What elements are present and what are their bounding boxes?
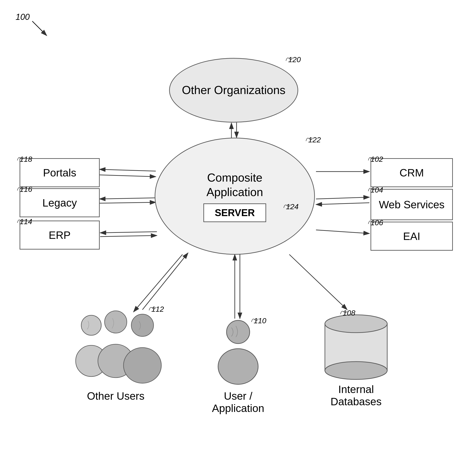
svg-line-8 bbox=[100, 202, 156, 203]
other-users-label: Other Users bbox=[76, 390, 156, 402]
svg-line-19 bbox=[142, 253, 188, 310]
svg-line-15 bbox=[289, 255, 347, 310]
ref-squiggle-eai bbox=[367, 218, 376, 225]
svg-point-27 bbox=[105, 311, 127, 333]
figure-number: 100 bbox=[16, 12, 30, 22]
other-organizations-label: Other Organizations bbox=[182, 83, 285, 98]
user-application-label: User / Application bbox=[205, 390, 272, 414]
ref-squiggle-erp bbox=[16, 217, 25, 224]
ref-squiggle-other-org bbox=[285, 55, 294, 62]
diagram-container: 100 bbox=[0, 0, 476, 473]
svg-point-25 bbox=[81, 315, 101, 335]
user-application-figure bbox=[209, 320, 267, 386]
composite-application-ellipse: CompositeApplication SERVER bbox=[155, 138, 315, 255]
svg-line-6 bbox=[100, 175, 156, 177]
ref-squiggle-server bbox=[283, 202, 291, 209]
other-users-figure bbox=[71, 308, 165, 388]
ref-squiggle-legacy bbox=[16, 185, 25, 192]
svg-point-29 bbox=[131, 314, 153, 336]
ref-squiggle-crm bbox=[367, 155, 376, 162]
internal-databases-label: Internal Databases bbox=[318, 383, 394, 408]
svg-point-21 bbox=[325, 315, 387, 333]
svg-point-30 bbox=[123, 347, 161, 383]
svg-line-10 bbox=[100, 236, 157, 236]
ref-squiggle-internal-db bbox=[339, 309, 348, 315]
other-organizations-ellipse: Other Organizations bbox=[169, 58, 298, 123]
composite-application-label: CompositeApplication bbox=[206, 170, 263, 200]
svg-line-14 bbox=[316, 230, 369, 234]
ref-squiggle-web-services bbox=[367, 186, 376, 192]
svg-line-12 bbox=[316, 197, 369, 199]
svg-line-7 bbox=[100, 198, 156, 199]
svg-point-23 bbox=[226, 320, 250, 344]
svg-point-22 bbox=[325, 362, 387, 380]
internal-databases-cylinder bbox=[321, 311, 392, 383]
svg-line-5 bbox=[100, 169, 156, 171]
ref-squiggle-user-app bbox=[250, 316, 259, 323]
svg-line-2 bbox=[32, 21, 47, 36]
server-box: SERVER bbox=[204, 203, 266, 222]
svg-line-13 bbox=[316, 203, 369, 204]
svg-line-18 bbox=[134, 255, 183, 312]
ref-squiggle-other-users bbox=[148, 305, 157, 311]
ref-squiggle-composite bbox=[305, 135, 314, 142]
svg-line-9 bbox=[100, 232, 157, 233]
ref-squiggle-portals bbox=[16, 155, 25, 162]
svg-point-24 bbox=[218, 349, 258, 384]
